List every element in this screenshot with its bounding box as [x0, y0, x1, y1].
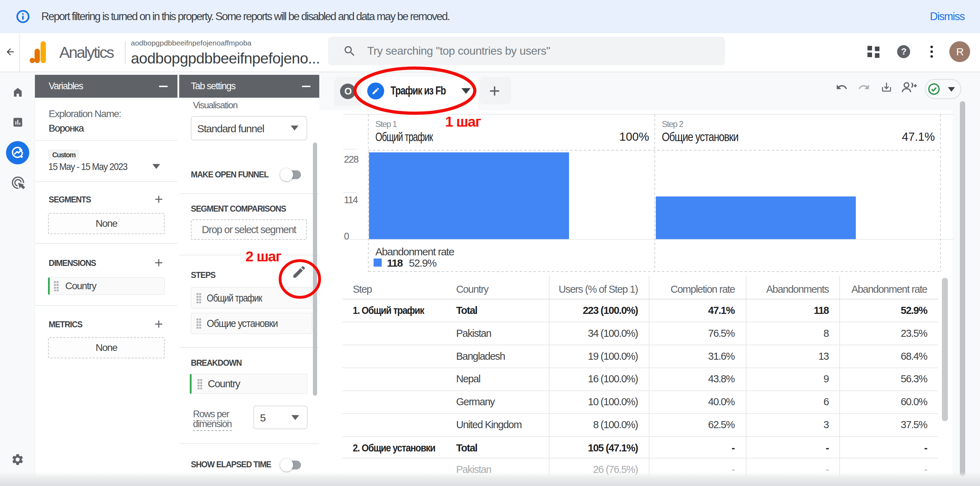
svg-text:?: ?	[901, 46, 906, 56]
